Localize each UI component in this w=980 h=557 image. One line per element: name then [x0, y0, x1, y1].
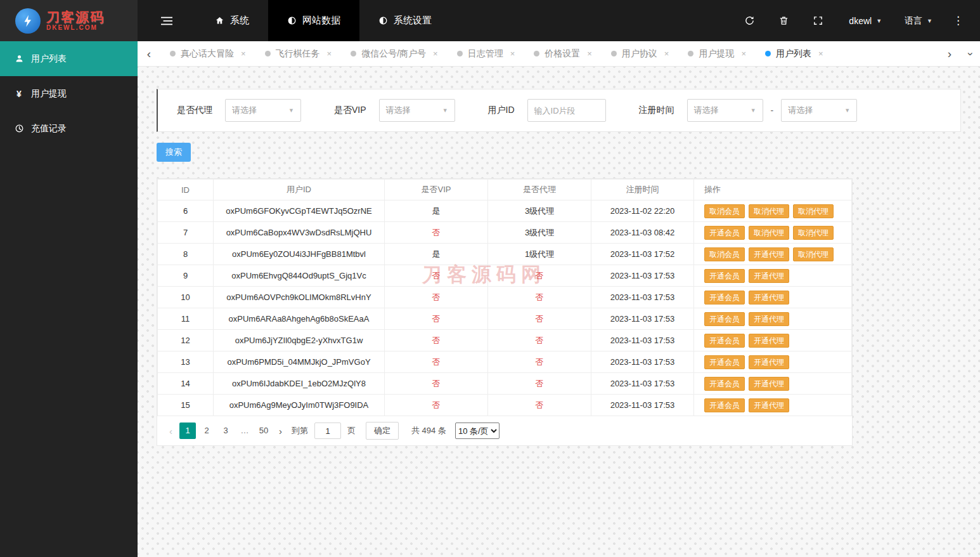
agent-action-button[interactable]: 开通代理	[749, 377, 789, 391]
tab-7[interactable]: 用户列表×	[756, 41, 833, 66]
menu-toggle-icon[interactable]	[138, 0, 196, 41]
member-action-button[interactable]: 开通会员	[704, 291, 745, 305]
cell-regtime: 2023-11-03 17:53	[591, 351, 694, 373]
pagination-page-1[interactable]: 1	[179, 423, 196, 439]
refresh-icon[interactable]	[735, 0, 764, 41]
member-action-button[interactable]: 开通会员	[704, 269, 745, 283]
agent-action-button[interactable]: 取消代理	[749, 226, 789, 240]
user-menu[interactable]: dkewl ▼	[837, 0, 893, 41]
sidebar-item-label: 用户提现	[31, 88, 67, 100]
userid-input[interactable]	[527, 99, 606, 122]
tab-close-icon[interactable]: ×	[327, 49, 332, 58]
topbar-right: dkewl ▼ 语言 ▼ ⋮	[735, 0, 980, 41]
agent-action-button[interactable]: 取消代理	[749, 204, 789, 218]
cell-actions: 开通会员开通代理	[694, 330, 852, 351]
agent-action-button[interactable]: 取消代理	[793, 204, 834, 218]
pagination-next-icon[interactable]: ›	[276, 426, 285, 436]
agent-action-button[interactable]: 开通代理	[749, 355, 789, 369]
top-nav-item-2[interactable]: 系统设置	[359, 0, 451, 41]
regtime-to-select[interactable]: 请选择 ▼	[781, 99, 857, 122]
cell-id: 15	[158, 395, 214, 416]
more-options-icon[interactable]: ⋮	[944, 14, 972, 27]
per-page-select[interactable]: 10 条/页	[455, 423, 500, 439]
jump-confirm-button[interactable]: 确定	[366, 422, 399, 440]
cell-user-id: oxPUm6ARAa8AhgehAg6b8oSkEAaA	[214, 308, 385, 330]
main-area: ‹ 真心话大冒险×飞行棋任务×微信公号/商户号×日志管理×价格设置×用户协议×用…	[138, 41, 980, 557]
member-action-button[interactable]: 开通会员	[704, 312, 745, 326]
agent-action-button[interactable]: 开通代理	[749, 291, 789, 305]
trash-icon[interactable]	[769, 0, 798, 41]
tab-6[interactable]: 用户提现×	[678, 41, 756, 66]
tab-5[interactable]: 用户协议×	[602, 41, 679, 66]
header-agent: 是否代理	[488, 180, 591, 200]
userid-filter-label: 用户ID	[488, 105, 515, 116]
table-row: 9oxPUm6EhvgQ844Od9uptS_Gjq1Vc否否2023-11-0…	[158, 265, 852, 287]
agent-select[interactable]: 请选择 ▼	[225, 99, 301, 122]
agent-action-button[interactable]: 开通代理	[749, 269, 789, 283]
pagination-page-2[interactable]: 2	[198, 423, 215, 439]
agent-action-button[interactable]: 取消代理	[793, 247, 834, 261]
tab-close-icon[interactable]: ×	[741, 49, 746, 58]
agent-action-button[interactable]: 开通代理	[749, 334, 789, 348]
search-button[interactable]: 搜索	[157, 143, 191, 162]
agent-action-button[interactable]: 开通代理	[749, 398, 789, 412]
table-row: 6oxPUm6GFOKyvCGpT4EWTJq5OzrNE是3级代理2023-1…	[158, 200, 852, 222]
tab-close-icon[interactable]: ×	[587, 49, 592, 58]
tabs-scroll-left-icon[interactable]: ‹	[138, 47, 160, 61]
table-row: 10oxPUm6AOVPch9kOLIMOkm8RLvHnY否否2023-11-…	[158, 287, 852, 308]
cell-vip: 否	[385, 351, 488, 373]
topbar: 刀客源码 DKEWL.COM 系统网站数据系统设置 dkewl ▼ 语言	[0, 0, 980, 41]
chevron-down-icon: ▼	[751, 107, 756, 114]
tab-3[interactable]: 日志管理×	[448, 41, 525, 66]
sidebar-item-1[interactable]: ¥用户提现	[0, 76, 138, 111]
tab-close-icon[interactable]: ×	[510, 49, 515, 58]
vip-select[interactable]: 请选择 ▼	[379, 99, 455, 122]
cell-id: 11	[158, 308, 214, 330]
cell-regtime: 2023-11-03 17:53	[591, 287, 694, 308]
user-table-card: ID 用户ID 是否VIP 是否代理 注册时间 操作 6oxPUm6GFOKyv…	[157, 178, 853, 446]
pagination-prev-icon[interactable]: ‹	[166, 426, 176, 436]
top-nav-item-0[interactable]: 系统	[196, 0, 268, 41]
member-action-button[interactable]: 开通会员	[704, 334, 745, 348]
member-action-button[interactable]: 开通会员	[704, 377, 745, 391]
tab-label: 用户提现	[699, 48, 734, 60]
tab-4[interactable]: 价格设置×	[524, 41, 602, 66]
cell-agent: 否	[488, 265, 591, 287]
agent-action-button[interactable]: 开通代理	[749, 312, 789, 326]
agent-action-button[interactable]: 取消代理	[793, 226, 834, 240]
tab-close-icon[interactable]: ×	[433, 49, 438, 58]
sidebar-item-2[interactable]: 充值记录	[0, 111, 138, 146]
tab-close-icon[interactable]: ×	[664, 49, 669, 58]
sidebar-item-0[interactable]: 用户列表	[0, 41, 138, 76]
member-action-button[interactable]: 开通会员	[704, 226, 745, 240]
tab-1[interactable]: 飞行棋任务×	[255, 41, 342, 66]
cell-agent: 否	[488, 308, 591, 330]
tab-status-dot	[688, 51, 693, 56]
member-action-button[interactable]: 开通会员	[704, 355, 745, 369]
top-nav-item-1[interactable]: 网站数据	[268, 0, 359, 41]
cell-agent: 否	[488, 330, 591, 351]
member-action-button[interactable]: 开通会员	[704, 398, 745, 412]
tab-2[interactable]: 微信公号/商户号×	[341, 41, 447, 66]
table-header-row: ID 用户ID 是否VIP 是否代理 注册时间 操作	[158, 180, 852, 200]
tab-0[interactable]: 真心话大冒险×	[160, 41, 255, 66]
tabs-scroll-right-icon[interactable]: ›	[938, 47, 961, 61]
pagination-page-3[interactable]: 3	[217, 423, 234, 439]
vip-filter-label: 是否VIP	[334, 105, 366, 116]
cell-user-id: oxPUm6GFOKyvCGpT4EWTJq5OzrNE	[214, 200, 385, 222]
member-action-button[interactable]: 取消会员	[704, 204, 745, 218]
pagination-page-50[interactable]: 50	[255, 423, 272, 439]
jump-page-input[interactable]	[314, 423, 341, 439]
tab-close-icon[interactable]: ×	[241, 49, 246, 58]
tab-close-icon[interactable]: ×	[818, 49, 823, 58]
cell-agent: 否	[488, 351, 591, 373]
regtime-from-select[interactable]: 请选择 ▼	[687, 99, 763, 122]
tabs-dropdown-icon[interactable]: ›	[964, 44, 977, 63]
language-menu[interactable]: 语言 ▼	[893, 0, 944, 41]
chevron-down-icon: ▼	[844, 107, 850, 114]
member-action-button[interactable]: 取消会员	[704, 247, 745, 261]
logo[interactable]: 刀客源码 DKEWL.COM	[0, 0, 138, 41]
agent-action-button[interactable]: 开通代理	[749, 247, 789, 261]
fullscreen-icon[interactable]	[803, 0, 832, 41]
cell-id: 6	[158, 200, 214, 222]
